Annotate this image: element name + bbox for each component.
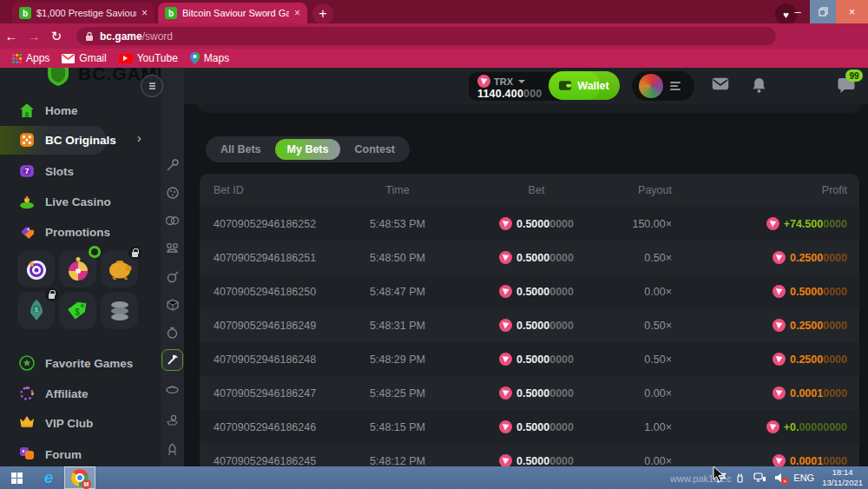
payout-cell: 0.50×: [606, 252, 684, 264]
svg-text:$: $: [75, 307, 80, 317]
new-tab-button[interactable]: +: [312, 3, 333, 24]
profit-cell: 0.00010000: [684, 387, 852, 400]
tab-contest[interactable]: Contest: [342, 139, 407, 160]
rail-icon-hand-coin[interactable]: [166, 413, 179, 426]
bookmark-maps[interactable]: Maps: [190, 52, 229, 64]
table-row[interactable]: 40709052946186250 5:48:47 PM 0.50000000 …: [200, 274, 859, 308]
sidebar-item-label: Forum: [45, 448, 82, 461]
system-tray: × ENG 18:14 13/11/2021: [717, 466, 868, 489]
table-row[interactable]: 40709052946186252 5:48:53 PM 0.50000000 …: [200, 207, 859, 241]
bcgame-shield-icon: [45, 68, 71, 87]
rail-icon-cube[interactable]: [166, 298, 179, 311]
language-indicator[interactable]: ENG: [793, 472, 814, 483]
profit-cell: 0.25000000: [684, 319, 852, 332]
rail-icon-coins[interactable]: [166, 214, 179, 227]
rail-icon-bomb[interactable]: [166, 270, 179, 283]
window-close-button[interactable]: ×: [836, 0, 868, 23]
sidebar-item-label: BC Originals: [45, 134, 116, 147]
column-header-bet-id: Bet ID: [207, 184, 328, 196]
currency-label: TRX: [494, 76, 513, 87]
window-minimize-button[interactable]: –: [786, 0, 810, 23]
rail-icon-rocket[interactable]: [166, 443, 179, 456]
sidebar-item-live-casino[interactable]: Live Casino: [0, 189, 161, 214]
taskbar-internet-explorer[interactable]: e: [33, 466, 64, 489]
trx-coin-icon: [499, 217, 512, 230]
payout-cell: 0.00×: [606, 286, 684, 298]
gmail-icon: [62, 54, 75, 63]
table-row[interactable]: 40709052946186248 5:48:29 PM 0.50000000 …: [200, 342, 859, 376]
taskbar-clock[interactable]: 18:14 13/11/2021: [822, 467, 863, 488]
table-row[interactable]: 40709052946186245 5:48:12 PM 0.50000000 …: [207, 444, 852, 466]
sidebar-item-forum[interactable]: Forum: [0, 442, 161, 466]
bookmark-gmail[interactable]: Gmail: [62, 52, 106, 64]
back-button[interactable]: ←: [0, 29, 23, 43]
refresh-button[interactable]: ↻: [45, 29, 68, 44]
table-body: 40709052946186252 5:48:53 PM 0.50000000 …: [207, 207, 852, 466]
sidebar-item-label: Slots: [45, 165, 74, 178]
payout-cell: 0.00×: [606, 455, 684, 467]
address-bar[interactable]: bc.game/sword: [76, 27, 776, 45]
bookmarks-bar: Apps Gmail YouTube Maps Reading list: [0, 49, 868, 68]
table-row[interactable]: 40709052946186247 5:48:25 PM 0.50000000 …: [207, 376, 852, 410]
window-restore-button[interactable]: [810, 0, 836, 23]
forward-button[interactable]: →: [23, 29, 45, 43]
rocket-dollar-icon: $: [26, 298, 47, 324]
tab-close-icon[interactable]: ×: [141, 7, 148, 19]
browser-tab-1[interactable]: b $1,000 Prestige Saviour Sword C ×: [12, 3, 155, 23]
chevron-right-icon[interactable]: ›: [137, 131, 141, 145]
tab-all-bets[interactable]: All Bets: [208, 139, 273, 160]
browser-tab-2[interactable]: b Bitcoin Saviour Sword Game - Pl ×: [158, 3, 307, 23]
game-tile-coupon[interactable]: $: [59, 292, 96, 329]
sidebar-item-promotions[interactable]: Promotions: [0, 220, 161, 244]
taskbar-chrome-active[interactable]: M: [64, 466, 95, 489]
user-avatar[interactable]: [639, 74, 663, 98]
bets-table: Bet ID Time Bet Payout Profit 4070905294…: [200, 174, 859, 466]
sidebar-item-home[interactable]: Home: [0, 98, 161, 122]
bet-id-cell: 40709052946186251: [207, 252, 328, 264]
sidebar-item-vip-club[interactable]: VIP Club: [0, 411, 161, 435]
bcgame-favicon: b: [165, 7, 177, 19]
url-path: /sword: [142, 30, 173, 43]
network-icon[interactable]: [753, 472, 766, 483]
table-row[interactable]: 40709052946186251 5:48:50 PM 0.50000000 …: [207, 241, 852, 274]
bet-amount-cell: 0.50000000: [467, 217, 606, 230]
wallet-button[interactable]: Wallet: [549, 71, 620, 100]
sidebar-item-favorite-games[interactable]: Favorite Games: [0, 351, 161, 375]
power-plug-icon[interactable]: [734, 472, 746, 484]
table-row[interactable]: 40709052946186249 5:48:31 PM 0.50000000 …: [207, 308, 852, 342]
trx-coin-icon: [773, 454, 786, 466]
game-tile-lucky-wheel[interactable]: [59, 250, 96, 287]
tab-close-icon[interactable]: ×: [294, 7, 300, 19]
user-profile-pill[interactable]: [632, 71, 694, 101]
trx-coin-icon: [773, 353, 786, 366]
sidebar-item-slots[interactable]: 7 Slots: [0, 159, 161, 183]
sidebar-item-label: Live Casino: [45, 195, 111, 208]
trx-coin-icon: [766, 420, 779, 433]
volume-muted-icon[interactable]: ×: [774, 472, 786, 483]
bookmark-youtube[interactable]: YouTube: [119, 52, 178, 64]
profit-cell: 0.00010000: [684, 454, 852, 466]
game-tile-piggy-bank[interactable]: [101, 250, 138, 287]
rail-icon-gorilla[interactable]: [166, 241, 179, 254]
profit-cell: +0.00000000: [684, 420, 852, 433]
rail-icon-ball[interactable]: [166, 186, 179, 199]
rail-icon-comet[interactable]: [166, 158, 179, 171]
rail-icon-pickaxe-selected[interactable]: [161, 349, 183, 371]
rail-icon-ufo-eye[interactable]: [166, 383, 179, 396]
game-tile-coins-disabled[interactable]: [101, 292, 138, 329]
table-row[interactable]: 40709052946186246 5:48:15 PM 0.50000000 …: [200, 410, 859, 444]
payout-cell: 1.00×: [606, 421, 684, 433]
mail-icon[interactable]: [712, 77, 729, 90]
game-tile-rocket-locked[interactable]: $: [17, 292, 55, 329]
bookmark-apps[interactable]: Apps: [12, 52, 49, 64]
game-tile-spin-target[interactable]: [17, 250, 55, 287]
tab-my-bets[interactable]: My Bets: [275, 139, 341, 160]
trx-coin-icon: [499, 319, 512, 332]
sidebar-item-affiliate[interactable]: Affiliate: [0, 381, 161, 406]
profit-cell: 0.25000000: [684, 251, 852, 264]
sidebar-collapse-button[interactable]: [141, 75, 163, 97]
chat-unread-badge: 99: [845, 69, 863, 82]
rail-icon-stopwatch[interactable]: [166, 326, 179, 339]
notifications-bell-icon[interactable]: [752, 77, 766, 93]
start-button[interactable]: [0, 466, 33, 489]
